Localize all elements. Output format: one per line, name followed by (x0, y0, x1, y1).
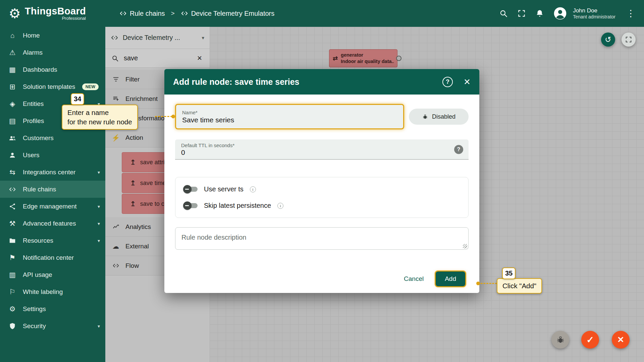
sidebar-item-integrations-center[interactable]: ⇆ Integrations center ▾ (0, 164, 105, 181)
description-field (175, 227, 469, 250)
sidebar-item-customers[interactable]: Customers (0, 129, 105, 146)
resize-handle-icon[interactable] (463, 244, 467, 248)
annotation-dot-34 (171, 115, 175, 118)
chevron-down-icon: ▾ (98, 238, 100, 243)
search-icon[interactable] (499, 9, 508, 18)
rule-chain-icon (181, 10, 188, 17)
debug-disabled-button[interactable]: Disabled (409, 109, 469, 125)
step-badge-34: 34 (71, 93, 84, 105)
entities-icon: ◈ (8, 100, 17, 108)
breadcrumb-rule-chains[interactable]: Rule chains (119, 10, 165, 17)
skip-latest-persistence-toggle[interactable] (184, 203, 198, 208)
annotation-connector-35 (478, 283, 497, 284)
breadcrumb-root-label: Rule chains (130, 10, 165, 17)
use-server-ts-label: Use server ts (204, 185, 244, 193)
ttl-help-icon[interactable]: ? (454, 145, 463, 154)
annotation-dot-35 (476, 282, 480, 285)
sidebar-item-security[interactable]: Security ▾ (0, 317, 105, 335)
canvas-fullscreen-button[interactable] (622, 33, 636, 47)
sidebar-item-home[interactable]: ⌂ Home (0, 27, 105, 44)
sidebar: ⌂ Home ⚠ Alarms ▦ Dashboards ⊞ Solution … (0, 27, 105, 362)
thingsboard-app: ⚙ ThingsBoard Professional Rule chains >… (0, 0, 644, 362)
skip-latest-persistence-label: Skip latest persistence (204, 202, 271, 209)
name-field-label: Name* (182, 110, 397, 115)
users-icon (8, 151, 17, 159)
step-tooltip-35: Click "Add" (497, 278, 542, 294)
step-badge-35: 35 (502, 267, 516, 279)
notification-flag-icon: ⚑ (8, 254, 17, 262)
white-labeling-icon: ⚐ (8, 288, 17, 296)
breadcrumb-current[interactable]: Device Telemetry Emulators (181, 10, 275, 17)
rule-chain-icon (119, 10, 127, 17)
sidebar-item-edge-management[interactable]: Edge management ▾ (0, 198, 105, 215)
dashboards-icon: ▦ (8, 66, 17, 74)
user-info: John Doe Tenant administrator (573, 7, 615, 20)
breadcrumb-current-label: Device Telemetry Emulators (191, 10, 275, 17)
cancel-button[interactable]: Cancel (404, 275, 424, 283)
sidebar-item-notification-center[interactable]: ⚑ Notification center (0, 249, 105, 266)
dialog-title: Add rule node: save time series (173, 77, 442, 87)
annotation-connector-34 (155, 116, 172, 117)
apply-changes-button[interactable]: ✓ (581, 331, 599, 349)
top-header: ⚙ ThingsBoard Professional Rule chains >… (0, 0, 644, 27)
sidebar-item-dashboards[interactable]: ▦ Dashboards (0, 61, 105, 78)
help-icon[interactable]: ? (442, 77, 453, 87)
version-history-button[interactable]: ↺ (601, 33, 615, 47)
info-icon: i (277, 203, 283, 209)
ttl-field-label: Default TTL in seconds* (181, 142, 463, 148)
header-actions: John Doe Tenant administrator ⋮ (499, 7, 644, 20)
security-shield-icon (8, 322, 17, 330)
user-name: John Doe (573, 7, 615, 14)
add-button[interactable]: Add (436, 272, 465, 286)
name-field: Name* (175, 104, 404, 129)
use-server-ts-toggle[interactable] (184, 187, 198, 192)
app-logo: ⚙ ThingsBoard Professional (0, 6, 105, 21)
dialog-header: Add rule node: save time series ? ✕ (164, 69, 479, 95)
chevron-down-icon: ▾ (98, 204, 100, 209)
settings-gear-icon: ⚙ (8, 305, 17, 313)
app-name: ThingsBoard (25, 6, 86, 16)
chevron-down-icon: ▾ (98, 221, 100, 226)
api-usage-icon: ▥ (8, 271, 17, 279)
sidebar-item-users[interactable]: Users (0, 146, 105, 164)
profiles-icon: ▤ (8, 117, 17, 125)
edge-management-icon (8, 202, 17, 210)
sidebar-item-alarms[interactable]: ⚠ Alarms (0, 44, 105, 61)
close-icon[interactable]: ✕ (464, 77, 471, 87)
overflow-menu-icon[interactable]: ⋮ (625, 8, 637, 19)
chevron-down-icon: ▾ (98, 323, 100, 329)
new-badge: NEW (82, 83, 99, 90)
advanced-features-icon: ⚒ (8, 220, 17, 228)
description-textarea[interactable] (175, 228, 468, 249)
fullscreen-icon[interactable] (517, 9, 526, 18)
breadcrumb-separator: > (171, 10, 175, 17)
alarm-icon: ⚠ (8, 49, 17, 57)
debug-button-label: Disabled (432, 113, 455, 120)
sidebar-item-advanced-features[interactable]: ⚒ Advanced features ▾ (0, 215, 105, 232)
sidebar-item-resources[interactable]: Resources ▾ (0, 232, 105, 249)
sidebar-item-rule-chains[interactable]: Rule chains (0, 181, 105, 198)
dialog-body: Name* Disabled Default TTL in seconds* ? (164, 95, 479, 293)
bug-icon (422, 114, 428, 120)
info-icon: i (250, 186, 256, 192)
discard-changes-button[interactable]: ✕ (612, 331, 630, 349)
toggle-settings-card: Use server ts i Skip latest persistence … (175, 177, 469, 218)
sidebar-item-api-usage[interactable]: ▥ API usage (0, 266, 105, 283)
notifications-bell-icon[interactable] (535, 9, 544, 18)
sidebar-item-solution-templates[interactable]: ⊞ Solution templates NEW (0, 78, 105, 95)
sidebar-item-settings[interactable]: ⚙ Settings (0, 300, 105, 317)
logo-gear-icon: ⚙ (9, 7, 21, 20)
use-server-ts-row: Use server ts i (184, 185, 460, 193)
solution-templates-icon: ⊞ (8, 83, 17, 91)
add-rule-node-dialog: Add rule node: save time series ? ✕ Name… (164, 69, 479, 293)
sidebar-item-white-labeling[interactable]: ⚐ White labeling (0, 283, 105, 300)
debug-mode-button[interactable] (551, 331, 569, 349)
home-icon: ⌂ (8, 32, 17, 40)
user-avatar[interactable] (553, 7, 567, 20)
ttl-input[interactable] (181, 148, 463, 157)
breadcrumb: Rule chains > Device Telemetry Emulators (119, 10, 274, 17)
dialog-footer: Cancel Add (175, 272, 469, 290)
name-input[interactable] (182, 116, 397, 124)
ttl-field: Default TTL in seconds* ? (175, 139, 469, 160)
integrations-icon: ⇆ (8, 168, 17, 176)
